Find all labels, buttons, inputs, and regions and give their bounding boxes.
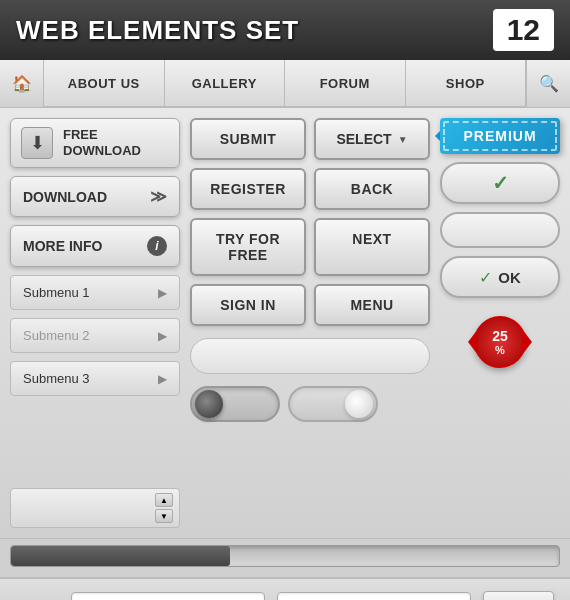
back-button[interactable]: BACK bbox=[314, 168, 430, 210]
header-title: WEB ELEMENTS SET bbox=[16, 15, 493, 46]
submit-button[interactable]: SUBMIT bbox=[190, 118, 306, 160]
toggle-knob-dark bbox=[195, 390, 223, 418]
info-icon: i bbox=[147, 236, 167, 256]
toggle-knob-light bbox=[345, 390, 373, 418]
header: WEB ELEMENTS SET 12 bbox=[0, 0, 570, 60]
nav-shop[interactable]: SHOP bbox=[406, 59, 527, 107]
register-button[interactable]: REGISTER bbox=[190, 168, 306, 210]
scroll-arrows: ▲ ▼ bbox=[155, 493, 173, 523]
submenu-item-2[interactable]: Submenu 2 ▶ bbox=[10, 318, 180, 353]
more-info-button[interactable]: MORE INFO i bbox=[10, 225, 180, 267]
search-button[interactable]: 🔍 bbox=[526, 59, 570, 107]
search-icon: 🔍 bbox=[539, 74, 559, 93]
arrow-right-icon: ▶ bbox=[158, 286, 167, 300]
home-nav-button[interactable]: 🏠 bbox=[0, 59, 44, 107]
progress-track bbox=[10, 545, 560, 567]
chevron-double-icon: ≫ bbox=[150, 187, 167, 206]
free-download-button[interactable]: ⬇ FREE DOWNLOAD bbox=[10, 118, 180, 168]
nav-forum[interactable]: FORUM bbox=[285, 59, 406, 107]
home-icon: 🏠 bbox=[12, 74, 32, 93]
submenu-item-3[interactable]: Submenu 3 ▶ bbox=[10, 361, 180, 396]
toggle-area bbox=[190, 386, 430, 422]
nickname-input[interactable] bbox=[71, 592, 265, 601]
free-download-label: FREE DOWNLOAD bbox=[63, 127, 141, 158]
arrow-right-icon-3: ▶ bbox=[158, 372, 167, 386]
scroll-control: ▲ ▼ bbox=[10, 488, 180, 528]
main-content: ⬇ FREE DOWNLOAD DOWNLOAD ≫ MORE INFO i S… bbox=[0, 108, 570, 538]
right-column: PREMIUM ✓ ✓ OK 25 % bbox=[440, 118, 560, 528]
menu-button[interactable]: MENU bbox=[314, 284, 430, 326]
checkmark-icon: ✓ bbox=[492, 171, 509, 195]
arrow-right-icon-2: ▶ bbox=[158, 329, 167, 343]
discount-badge: 25 % bbox=[474, 316, 526, 368]
middle-column: SUBMIT SELECT ▼ REGISTER BACK TRY FOR FR… bbox=[190, 118, 430, 528]
progress-fill bbox=[11, 546, 230, 566]
scroll-down-button[interactable]: ▼ bbox=[155, 509, 173, 523]
download-icon: ⬇ bbox=[21, 127, 53, 159]
download-button[interactable]: DOWNLOAD ≫ bbox=[10, 176, 180, 217]
nav-about-us[interactable]: ABOUT US bbox=[44, 59, 165, 107]
toggle-off-switch[interactable] bbox=[288, 386, 378, 422]
password-input[interactable] bbox=[277, 592, 471, 601]
submenu-item-1[interactable]: Submenu 1 ▶ bbox=[10, 275, 180, 310]
login-bar: Login: Join bbox=[0, 577, 570, 600]
check-button[interactable]: ✓ bbox=[440, 162, 560, 204]
premium-banner: PREMIUM bbox=[440, 118, 560, 154]
navbar: 🏠 ABOUT US GALLERY FORUM SHOP 🔍 bbox=[0, 60, 570, 108]
join-button[interactable]: Join bbox=[483, 591, 554, 600]
ok-check-icon: ✓ bbox=[479, 268, 492, 287]
select-button[interactable]: SELECT ▼ bbox=[314, 118, 430, 160]
nav-gallery[interactable]: GALLERY bbox=[165, 59, 286, 107]
sign-in-button[interactable]: SIGN IN bbox=[190, 284, 306, 326]
button-grid: SUBMIT SELECT ▼ REGISTER BACK TRY FOR FR… bbox=[190, 118, 430, 326]
try-for-free-button[interactable]: TRY FOR FREE bbox=[190, 218, 306, 276]
toggle-on-switch[interactable] bbox=[190, 386, 280, 422]
select-arrow-icon: ▼ bbox=[398, 134, 408, 145]
scroll-up-button[interactable]: ▲ bbox=[155, 493, 173, 507]
left-column: ⬇ FREE DOWNLOAD DOWNLOAD ≫ MORE INFO i S… bbox=[10, 118, 180, 528]
next-button[interactable]: NEXT bbox=[314, 218, 430, 276]
text-input-display[interactable] bbox=[190, 338, 430, 374]
progress-section bbox=[0, 538, 570, 577]
ok-button[interactable]: ✓ OK bbox=[440, 256, 560, 298]
empty-rounded-button[interactable] bbox=[440, 212, 560, 248]
header-number: 12 bbox=[493, 9, 554, 51]
